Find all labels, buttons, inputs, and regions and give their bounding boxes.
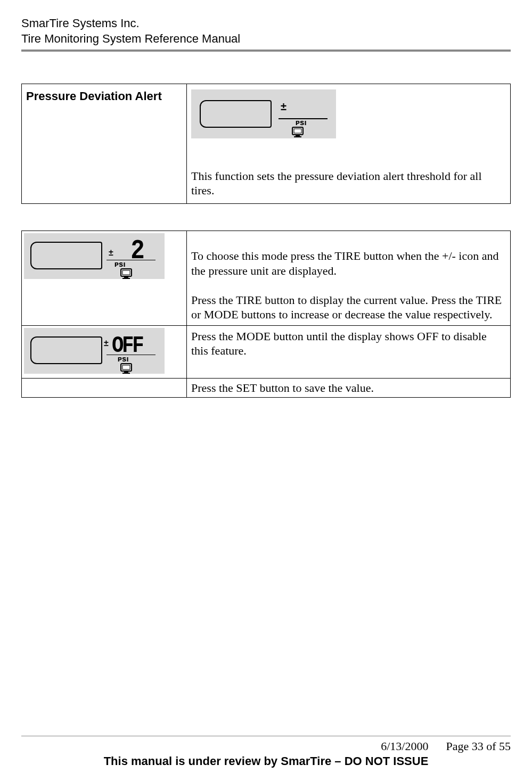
footer-rule	[21, 736, 511, 737]
svg-rect-1	[294, 129, 301, 133]
svg-rect-11	[122, 373, 130, 374]
lcd-line	[107, 355, 155, 356]
monitor-icon	[291, 127, 305, 138]
lcd-display-1: ± PSI	[191, 89, 336, 138]
company-name: SmarTire Systems Inc.	[21, 16, 511, 31]
lcd-value: 2	[130, 235, 144, 267]
row1-text: To choose this mode press the TIRE butto…	[191, 249, 502, 321]
plus-minus-icon: ±	[104, 339, 109, 348]
lcd-line	[107, 260, 155, 261]
section1-desc: This function sets the pressure deviatio…	[191, 169, 482, 198]
monitor-icon	[120, 363, 134, 375]
lcd-display-2: ± 2 PSI	[24, 233, 165, 279]
svg-rect-2	[296, 135, 300, 136]
row3-text: Press the SET button to save the value.	[191, 381, 374, 394]
header-rule	[21, 50, 511, 52]
footer-date: 6/13/2000	[381, 739, 428, 753]
plus-minus-icon: ±	[109, 248, 113, 258]
lcd-frame	[30, 336, 102, 364]
svg-rect-10	[124, 372, 128, 373]
footer-page: Page 33 of 55	[446, 739, 511, 753]
svg-rect-5	[122, 270, 130, 275]
svg-rect-9	[122, 365, 130, 369]
lcd-line	[279, 118, 328, 119]
footer-note: This manual is under review by SmarTire …	[21, 754, 511, 768]
section-instructions: ± 2 PSI To choose this mode press the TI…	[21, 231, 511, 398]
feature-title: Pressure Deviation Alert	[26, 89, 182, 103]
doc-subtitle: Tire Monitoring System Reference Manual	[21, 31, 511, 47]
lcd-frame	[30, 242, 102, 269]
section-pressure-deviation: Pressure Deviation Alert ± PSI	[21, 84, 511, 204]
svg-rect-7	[122, 278, 130, 279]
doc-footer: 6/13/2000 Page 33 of 55 This manual is u…	[21, 736, 511, 769]
lcd-display-3: ± OFF PSI	[24, 328, 165, 374]
svg-rect-3	[294, 136, 301, 137]
psi-label: PSI	[296, 120, 307, 127]
row2-text: Press the MODE button until the display …	[191, 330, 487, 358]
plus-minus-icon: ±	[281, 100, 287, 113]
doc-header: SmarTire Systems Inc. Tire Monitoring Sy…	[21, 16, 511, 46]
monitor-icon	[120, 268, 134, 280]
psi-label: PSI	[118, 356, 129, 363]
lcd-frame	[200, 100, 272, 128]
psi-label: PSI	[114, 261, 126, 268]
svg-rect-6	[124, 277, 128, 278]
